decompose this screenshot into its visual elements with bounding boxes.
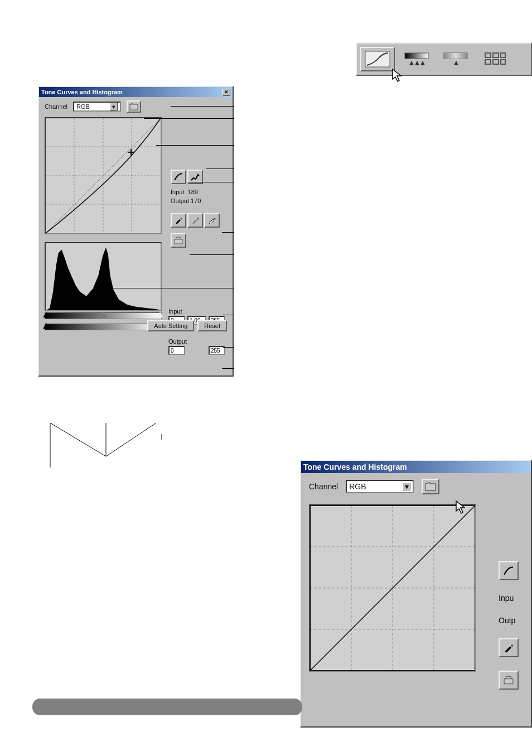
apply-button[interactable] [499,671,519,690]
channel-value: RGB [76,103,90,110]
output-readout-value: 170 [191,198,201,204]
input-readout-value: 189 [188,189,198,195]
dialog-title: Tone Curves and Histogram [41,89,123,95]
auto-setting-button[interactable]: Auto Setting [147,320,194,331]
leader-line [156,145,234,146]
svg-rect-6 [501,53,505,57]
svg-rect-9 [501,60,505,64]
output-readout-label-partial: Outp [499,616,519,625]
channel-label: Channel [45,103,67,110]
slider-annotation-lines [45,423,167,468]
leader-line [112,288,234,288]
apply-button[interactable] [171,233,186,248]
curves-tool-button[interactable] [360,47,395,71]
load-curve-button[interactable] [422,479,439,494]
channel-label: Channel [309,482,338,491]
chevron-down-icon: ▾ [403,483,410,490]
input-readout-label-partial: Inpu [499,594,519,603]
channel-select[interactable]: RGB ▾ [73,102,121,112]
page-footer-bar [32,699,302,715]
leader-line [222,232,234,233]
output-black-field[interactable] [168,346,185,355]
leader-line [187,182,234,182]
top-toolbar [356,42,532,76]
channel-select[interactable]: RGB ▾ [346,480,414,493]
levels-tool-button[interactable] [399,47,434,71]
grid-tool-button[interactable] [477,47,512,71]
input-levels-label: Input [168,308,233,315]
tone-curves-dialog: Tone Curves and Histogram ✕ Channel RGB … [38,86,234,377]
gray-point-eyedropper[interactable] [187,213,203,228]
titlebar[interactable]: Tone Curves and Histogram [301,461,531,473]
svg-rect-5 [493,53,499,57]
leader-line [206,168,234,169]
white-point-eyedropper[interactable] [204,213,220,228]
smooth-curve-button[interactable] [171,170,186,184]
black-point-eyedropper[interactable] [499,638,519,657]
output-levels-label: Output [168,338,233,345]
leader-line [171,106,234,107]
svg-rect-1 [405,53,428,59]
titlebar[interactable]: Tone Curves and Histogram ✕ [39,87,233,97]
svg-rect-10 [130,104,138,110]
leader-line [144,118,234,119]
tone-curve-graph[interactable] [309,504,476,672]
channel-value: RGB [349,482,366,491]
tone-curve-graph[interactable] [45,117,162,234]
svg-rect-35 [504,679,513,684]
svg-rect-8 [493,60,499,64]
dialog-title: Tone Curves and Histogram [303,463,407,471]
svg-rect-7 [485,60,491,64]
svg-line-22 [50,423,106,456]
input-gradient-slider[interactable] [45,312,162,319]
input-white-slider[interactable] [157,312,163,317]
black-point-eyedropper[interactable] [171,213,186,228]
output-readout-label: Output [171,198,189,204]
leader-line [190,254,234,255]
input-black-slider[interactable] [43,312,50,317]
input-gamma-slider[interactable] [100,312,107,317]
chevron-down-icon: ▾ [110,103,118,110]
histogram-graph[interactable] [45,242,162,311]
reset-button[interactable]: Reset [197,320,227,331]
variations-tool-button[interactable] [438,47,473,71]
leader-line [222,368,234,369]
load-curve-button[interactable] [127,100,141,113]
svg-line-24 [106,423,156,456]
output-black-slider[interactable] [43,323,50,329]
tone-curves-dialog-large: Tone Curves and Histogram Channel RGB ▾ [300,460,532,728]
smooth-curve-button[interactable] [499,561,519,580]
svg-rect-3 [444,53,467,59]
output-gradient-slider[interactable] [45,324,162,330]
svg-line-34 [310,505,475,671]
svg-rect-26 [425,484,436,491]
leader-line [223,315,234,315]
svg-rect-20 [175,239,182,244]
input-readout-label: Input [171,189,184,195]
svg-rect-4 [485,53,491,57]
close-button[interactable]: ✕ [223,89,230,96]
leader-line [223,347,234,348]
